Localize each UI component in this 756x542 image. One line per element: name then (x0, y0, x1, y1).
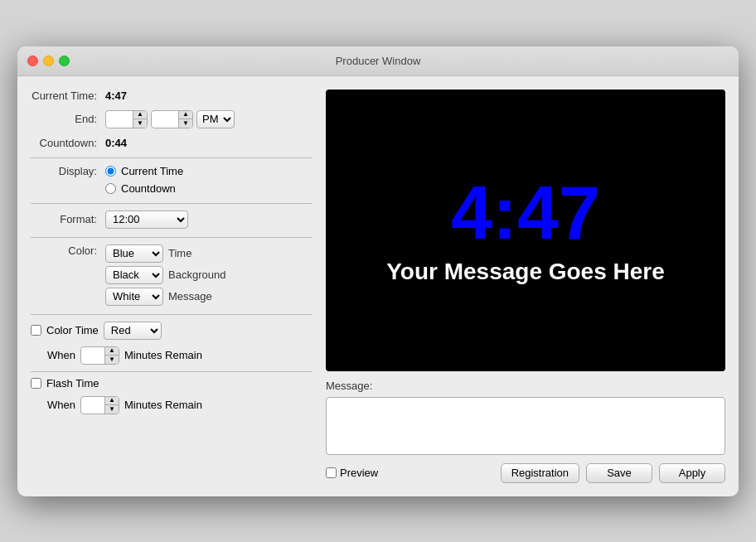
flash-when-input[interactable]: 5 (81, 399, 104, 411)
end-time-group: 5 ▲ ▼ 31 ▲ ▼ AM (105, 110, 235, 128)
close-button[interactable] (27, 56, 38, 66)
flash-when-stepper[interactable]: 5 ▲ ▼ (80, 396, 119, 414)
color-minutes-remain-label: Minutes Remain (124, 349, 202, 361)
time-color-select[interactable]: Blue Red Green White Black Yellow (105, 244, 163, 263)
right-panel: 4:47 Your Message Goes Here Message: Pre… (326, 90, 725, 483)
end-hour-stepper[interactable]: 5 ▲ ▼ (105, 110, 148, 128)
end-row: End: 5 ▲ ▼ 31 ▲ ▼ (31, 110, 313, 128)
end-minute-up[interactable]: ▲ (179, 110, 192, 120)
end-minute-stepper[interactable]: 31 ▲ ▼ (151, 110, 193, 128)
content-area: Current Time: 4:47 End: 5 ▲ ▼ 31 (17, 76, 739, 496)
color-rows: Blue Red Green White Black Yellow Time B… (105, 244, 225, 306)
flash-when-down[interactable]: ▼ (105, 405, 119, 414)
color-time-row: Color Time Blue Red Green White Black (31, 322, 313, 340)
radio-countdown-label: Countdown (121, 182, 176, 195)
preview-label: Preview (340, 467, 378, 479)
color-when-arrows: ▲ ▼ (104, 346, 119, 365)
display-row: Display: Current Time Countdown (31, 165, 313, 195)
format-label: Format: (31, 213, 105, 225)
titlebar: Producer Window (17, 46, 739, 76)
time-color-label: Time (168, 247, 191, 259)
current-time-label: Current Time: (31, 90, 105, 102)
end-label: End: (31, 113, 105, 125)
countdown-label: Countdown: (31, 137, 105, 149)
bg-color-select[interactable]: Black White Blue Red Green (105, 266, 163, 284)
bg-color-row: Black White Blue Red Green Background (105, 266, 225, 284)
color-time-color-select[interactable]: Blue Red Green White Black (104, 322, 162, 340)
flash-time-checkbox[interactable] (31, 378, 41, 389)
display-label: Display: (31, 165, 105, 177)
current-time-value: 4:47 (105, 90, 127, 102)
color-when-down[interactable]: ▼ (105, 356, 119, 365)
current-time-row: Current Time: 4:47 (31, 90, 313, 102)
registration-button[interactable]: Registration (501, 463, 579, 483)
radio-countdown[interactable]: Countdown (105, 182, 183, 195)
flash-when-label: When (47, 399, 75, 411)
radio-current-time-input[interactable] (105, 166, 116, 177)
msg-color-label: Message (168, 290, 212, 302)
radio-countdown-input[interactable] (105, 183, 116, 194)
radio-current-time-label: Current Time (121, 165, 183, 177)
preview-time: 4:47 (451, 176, 600, 250)
countdown-row: Countdown: 0:44 (31, 137, 313, 149)
end-minute-down[interactable]: ▼ (179, 119, 192, 128)
message-section: Message: (326, 380, 725, 455)
preview-checkbox[interactable] (326, 467, 337, 478)
traffic-lights (27, 56, 70, 66)
flash-when-up[interactable]: ▲ (105, 396, 119, 406)
display-radio-group: Current Time Countdown (105, 165, 183, 195)
preview-message: Your Message Goes Here (378, 259, 673, 285)
flash-when-arrows: ▲ ▼ (104, 396, 119, 414)
msg-color-row: White Black Blue Red Yellow Message (105, 288, 225, 306)
end-minute-input[interactable]: 31 (152, 113, 178, 125)
minimize-button[interactable] (43, 56, 54, 66)
color-label: Color: (31, 244, 105, 257)
color-time-checkbox[interactable] (31, 325, 41, 336)
color-row: Color: Blue Red Green White Black Yellow… (31, 244, 313, 306)
bottom-bar: Preview Registration Save Apply (326, 463, 725, 483)
end-hour-up[interactable]: ▲ (133, 110, 147, 120)
format-select[interactable]: 12:00 24:00 (105, 211, 188, 229)
bg-color-label: Background (168, 269, 225, 281)
color-when-stepper[interactable]: 5 ▲ ▼ (80, 346, 119, 365)
end-hour-input[interactable]: 5 (106, 113, 133, 125)
end-minute-arrows: ▲ ▼ (178, 110, 192, 128)
flash-time-row: Flash Time (31, 377, 313, 390)
window-title: Producer Window (336, 55, 421, 67)
countdown-value: 0:44 (105, 137, 127, 149)
flash-when-row: When 5 ▲ ▼ Minutes Remain (47, 396, 313, 414)
flash-minutes-remain-label: Minutes Remain (124, 399, 202, 411)
color-when-row: When 5 ▲ ▼ Minutes Remain (47, 346, 313, 365)
message-label: Message: (326, 380, 725, 392)
ampm-select[interactable]: AM PM (196, 110, 235, 128)
maximize-button[interactable] (59, 56, 70, 66)
flash-time-label: Flash Time (46, 377, 99, 390)
save-button[interactable]: Save (586, 463, 652, 483)
apply-button[interactable]: Apply (659, 463, 725, 483)
color-when-input[interactable]: 5 (81, 349, 104, 361)
msg-color-select[interactable]: White Black Blue Red Yellow (105, 288, 163, 306)
end-hour-arrows: ▲ ▼ (133, 110, 147, 128)
color-when-label: When (47, 349, 75, 361)
left-panel: Current Time: 4:47 End: 5 ▲ ▼ 31 (31, 90, 313, 483)
format-row: Format: 12:00 24:00 (31, 211, 313, 229)
end-hour-down[interactable]: ▼ (133, 119, 147, 128)
preview-checkbox-label[interactable]: Preview (326, 467, 378, 479)
message-textarea[interactable] (326, 397, 725, 455)
producer-window: Producer Window Current Time: 4:47 End: … (17, 46, 739, 496)
time-color-row: Blue Red Green White Black Yellow Time (105, 244, 225, 263)
color-time-label: Color Time (46, 324, 99, 336)
color-when-up[interactable]: ▲ (105, 346, 119, 356)
radio-current-time[interactable]: Current Time (105, 165, 183, 177)
preview-display: 4:47 Your Message Goes Here (326, 90, 725, 371)
